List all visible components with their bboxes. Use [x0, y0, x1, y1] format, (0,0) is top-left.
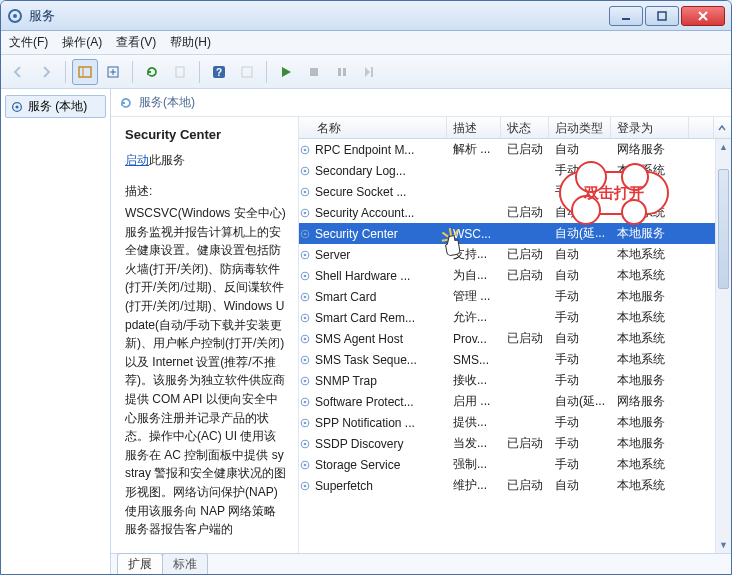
- gear-icon: [299, 353, 311, 367]
- service-row[interactable]: SMS Agent HostProv...已启动自动本地系统: [299, 328, 731, 349]
- service-logon: 网络服务: [611, 141, 689, 158]
- gear-icon: [299, 395, 311, 409]
- start-service-button[interactable]: [273, 59, 299, 85]
- service-start-type: 手动: [549, 414, 611, 431]
- menu-view[interactable]: 查看(V): [116, 34, 156, 51]
- service-row[interactable]: Secondary Log...手动本地系统: [299, 160, 731, 181]
- svg-rect-16: [371, 67, 373, 77]
- service-start-type: 自动: [549, 330, 611, 347]
- export-button[interactable]: [167, 59, 193, 85]
- service-name: Security Center: [315, 227, 398, 241]
- service-row[interactable]: Smart Card管理 ...手动本地服务: [299, 286, 731, 307]
- col-logon[interactable]: 登录为: [611, 117, 689, 138]
- scroll-up-chevron[interactable]: [713, 117, 729, 139]
- col-desc[interactable]: 描述: [447, 117, 501, 138]
- service-name: SPP Notification ...: [315, 416, 415, 430]
- start-service-link[interactable]: 启动: [125, 153, 149, 167]
- svg-point-24: [304, 190, 307, 193]
- selected-service-name: Security Center: [125, 127, 288, 142]
- services-list: 名称 描述 状态 启动类型 登录为 RPC Endpoint M...解析 ..…: [299, 117, 731, 553]
- service-row[interactable]: SSDP Discovery当发...已启动手动本地服务: [299, 433, 731, 454]
- service-start-type: 手动: [549, 288, 611, 305]
- service-row[interactable]: Server支持...已启动自动本地系统: [299, 244, 731, 265]
- service-row[interactable]: RPC Endpoint M...解析 ...已启动自动网络服务: [299, 139, 731, 160]
- scroll-thumb[interactable]: [718, 169, 729, 289]
- console-tree[interactable]: 服务 (本地): [1, 89, 111, 575]
- service-start-type: 自动: [549, 141, 611, 158]
- col-start[interactable]: 启动类型: [549, 117, 611, 138]
- service-row[interactable]: Security CenterWSC...自动(延...本地服务: [299, 223, 731, 244]
- refresh-button[interactable]: [139, 59, 165, 85]
- tree-item-label: 服务 (本地): [28, 98, 87, 115]
- service-start-type: 自动(延...: [549, 393, 611, 410]
- gear-icon: [299, 164, 311, 178]
- service-desc: 强制...: [447, 456, 501, 473]
- help-button[interactable]: ?: [206, 59, 232, 85]
- maximize-button[interactable]: [645, 6, 679, 26]
- restart-service-button[interactable]: [357, 59, 383, 85]
- service-status: 已启动: [501, 477, 549, 494]
- service-start-type: 手动: [549, 435, 611, 452]
- service-logon: 本地系统: [611, 456, 689, 473]
- menu-help[interactable]: 帮助(H): [170, 34, 211, 51]
- service-start-type: 自动(延...: [549, 225, 611, 242]
- window-title: 服务: [29, 7, 609, 25]
- gear-icon: [299, 206, 311, 220]
- svg-point-36: [304, 316, 307, 319]
- properties-button[interactable]: [234, 59, 260, 85]
- service-row[interactable]: Storage Service强制...手动本地系统: [299, 454, 731, 475]
- service-row[interactable]: Secure Socket ...手动本地服务: [299, 181, 731, 202]
- service-row[interactable]: Security Account...已启动自动本地系统: [299, 202, 731, 223]
- col-status[interactable]: 状态: [501, 117, 549, 138]
- gear-icon: [299, 479, 311, 493]
- service-row[interactable]: Superfetch维护...已启动自动本地系统: [299, 475, 731, 496]
- service-start-type: 自动: [549, 477, 611, 494]
- show-hide-tree-button[interactable]: [72, 59, 98, 85]
- service-row[interactable]: SMS Task Seque...SMS...手动本地系统: [299, 349, 731, 370]
- svg-point-38: [304, 337, 307, 340]
- service-start-type: 手动: [549, 351, 611, 368]
- forward-button[interactable]: [33, 59, 59, 85]
- close-button[interactable]: [681, 6, 725, 26]
- tree-item-services-local[interactable]: 服务 (本地): [5, 95, 106, 118]
- service-start-type: 自动: [549, 267, 611, 284]
- stop-service-button[interactable]: [301, 59, 327, 85]
- description-text: WSCSVC(Windows 安全中心)服务监视并报告计算机上的安全健康设置。健…: [125, 204, 288, 539]
- service-logon: 本地服务: [611, 372, 689, 389]
- menu-file[interactable]: 文件(F): [9, 34, 48, 51]
- svg-point-32: [304, 274, 307, 277]
- service-row[interactable]: SPP Notification ...提供...手动本地服务: [299, 412, 731, 433]
- service-start-type: 手动: [549, 456, 611, 473]
- service-row[interactable]: Shell Hardware ...为自...已启动自动本地系统: [299, 265, 731, 286]
- vertical-scrollbar[interactable]: ▲ ▼: [715, 139, 731, 553]
- pause-service-button[interactable]: [329, 59, 355, 85]
- service-row[interactable]: Smart Card Rem...允许...手动本地系统: [299, 307, 731, 328]
- svg-rect-12: [242, 67, 252, 77]
- tab-standard[interactable]: 标准: [162, 553, 208, 575]
- window-frame: 服务 文件(F) 操作(A) 查看(V) 帮助(H) ?: [0, 0, 732, 575]
- service-row[interactable]: SNMP Trap接收...手动本地服务: [299, 370, 731, 391]
- svg-point-40: [304, 358, 307, 361]
- svg-point-22: [304, 169, 307, 172]
- export-list-button[interactable]: [100, 59, 126, 85]
- svg-rect-3: [658, 12, 666, 20]
- service-name: RPC Endpoint M...: [315, 143, 414, 157]
- service-desc: 为自...: [447, 267, 501, 284]
- gear-icon: [299, 458, 311, 472]
- service-logon: 本地服务: [611, 435, 689, 452]
- service-name: Smart Card Rem...: [315, 311, 415, 325]
- svg-point-42: [304, 379, 307, 382]
- back-button[interactable]: [5, 59, 31, 85]
- minimize-button[interactable]: [609, 6, 643, 26]
- service-name: SNMP Trap: [315, 374, 377, 388]
- tab-extended[interactable]: 扩展: [117, 553, 163, 575]
- gear-icon: [299, 332, 311, 346]
- scroll-arrow-up-icon[interactable]: ▲: [716, 139, 731, 155]
- col-name[interactable]: 名称: [311, 117, 447, 138]
- scroll-arrow-down-icon[interactable]: ▼: [716, 537, 731, 553]
- titlebar[interactable]: 服务: [1, 1, 731, 31]
- service-row[interactable]: Software Protect...启用 ...自动(延...网络服务: [299, 391, 731, 412]
- svg-point-18: [15, 105, 18, 108]
- menu-action[interactable]: 操作(A): [62, 34, 102, 51]
- gear-icon: [299, 227, 311, 241]
